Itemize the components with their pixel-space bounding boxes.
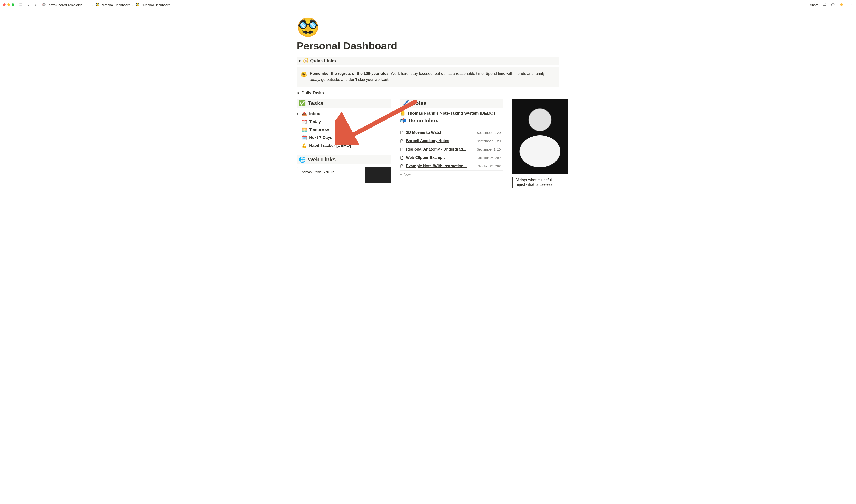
minimize-window-icon[interactable] [7,3,10,6]
breadcrumb-ellipsis[interactable]: ... [87,3,91,7]
web-bookmark-card[interactable]: Thomas Frank - YouTub... [297,167,391,183]
quote-block[interactable]: "Adapt what is useful, reject what is us… [512,177,568,188]
toggle-daily-tasks[interactable]: ▶ Daily Tasks [297,89,559,96]
breadcrumb-separator: / [92,3,93,7]
section-notes-header[interactable]: 🖊️ Notes [400,99,503,108]
note-row[interactable]: 3D Movies to Watch September 2, 20... [400,129,503,137]
breadcrumb-root[interactable]: 🦈 Tom's Shared Templates [41,2,83,7]
updates-button[interactable] [830,2,836,7]
note-link-demo-inbox[interactable]: 📬 Demo Inbox [400,118,503,124]
inspiration-image[interactable] [512,99,568,174]
breadcrumb-separator: / [132,3,133,7]
shark-icon: 🦈 [42,3,46,7]
note-link-system[interactable]: 📒 Thomas Frank's Note-Taking System [DEM… [400,111,503,116]
disguise-face-icon: 🥸 [96,3,100,7]
calendar-week-icon: 🗓️ [302,135,307,140]
breadcrumb-leaf[interactable]: 🥸 Personal Dashboard [135,2,171,7]
page-icon [400,139,404,143]
task-label: Inbox [309,111,320,116]
window-traffic-lights[interactable] [3,3,14,6]
breadcrumb-label: Personal Dashboard [101,3,130,7]
favorite-button[interactable] [839,2,844,7]
page-title[interactable]: Personal Dashboard [297,40,559,52]
note-date: October 24, 202... [478,156,503,160]
mailbox-icon: 📬 [400,118,407,124]
breadcrumb-label: Personal Dashboard [141,3,170,7]
comments-button[interactable] [822,2,827,7]
breadcrumb-mid[interactable]: 🥸 Personal Dashboard [95,2,131,7]
task-item-habit-tracker[interactable]: 💪 Habit Tracker [DEMO] [297,143,391,148]
triangle-right-icon: ▶ [297,91,299,94]
nav-forward-button[interactable] [33,2,38,7]
svg-point-6 [850,4,851,5]
note-title: Barbell Academy Notes [406,139,449,143]
breadcrumb-label: Tom's Shared Templates [47,3,83,7]
note-link-label: Demo Inbox [409,118,438,124]
note-title: Web Clipper Example [406,156,446,160]
section-web-links-header[interactable]: 🌐 Web Links [297,155,391,164]
more-menu-button[interactable] [848,2,853,7]
flex-arm-icon: 💪 [302,143,307,148]
page-icon [400,130,404,135]
svg-marker-4 [840,3,843,6]
inbox-icon: 📥 [302,111,307,116]
note-row[interactable]: Web Clipper Example October 24, 202... [400,154,503,162]
divider [400,127,503,127]
notes-table: 3D Movies to Watch September 2, 20... Ba… [400,129,503,179]
new-note-button[interactable]: + New [400,170,503,179]
plus-icon: + [400,173,402,177]
fullscreen-window-icon[interactable] [12,3,14,6]
page-icon [400,156,404,160]
page-icon [400,164,404,168]
section-title: Web Links [308,156,336,163]
globe-icon: 🌐 [299,156,306,163]
note-title: Regional Anatomy - Undergrad... [406,147,466,151]
task-item-tomorrow[interactable]: 🌅 Tomorrow [297,127,391,133]
task-item-inbox[interactable]: ▶ 📥 Inbox [297,111,391,117]
page-emoji[interactable]: 🥸 [297,18,559,36]
breadcrumb-separator: / [85,3,85,7]
triangle-right-icon: ▶ [297,112,300,115]
quote-line: "Adapt what is useful, [516,178,568,182]
note-title: Example Note (With Instruction... [406,164,467,168]
new-label: New [404,173,411,177]
callout-block[interactable]: 🤗 Remember the regrets of the 100-year-o… [297,67,559,87]
hugging-face-icon: 🤗 [301,71,307,83]
section-title: Tasks [308,100,323,107]
checkmark-icon: ✅ [299,100,306,107]
toggle-label: Daily Tasks [302,91,324,95]
pen-icon: 🖊️ [402,100,409,107]
svg-point-5 [849,4,849,5]
task-item-today[interactable]: 📆 Today [297,119,391,125]
quote-line: reject what is useless [516,182,568,187]
calendar-icon: 📆 [302,119,307,124]
note-date: September 2, 20... [477,131,503,134]
section-title: Notes [411,100,427,107]
web-bookmark-title: Thomas Frank - YouTub... [297,167,365,183]
task-label: Tomorrow [309,127,329,132]
note-title: 3D Movies to Watch [406,130,442,135]
callout-text: Remember the regrets of the 100-year-old… [310,71,555,83]
task-label: Habit Tracker [DEMO] [309,143,351,148]
close-window-icon[interactable] [3,3,5,6]
task-label: Today [309,119,321,124]
section-tasks-header[interactable]: ✅ Tasks [297,99,391,108]
notebook-icon: 📒 [400,111,405,116]
sidebar-toggle-button[interactable] [18,2,24,7]
tasks-list: ▶ 📥 Inbox 📆 Today 🌅 Tomorrow [297,111,391,148]
svg-point-7 [851,4,852,5]
note-row[interactable]: Regional Anatomy - Undergrad... Septembe… [400,145,503,154]
note-row[interactable]: Barbell Academy Notes September 2, 20... [400,137,503,145]
note-date: September 2, 20... [477,139,503,143]
task-item-next7days[interactable]: 🗓️ Next 7 Days [297,135,391,141]
toggle-quick-links[interactable]: ▶ 🧭 Quick Links [297,57,559,65]
share-button[interactable]: Share [810,3,819,7]
breadcrumb-label: ... [88,3,90,7]
note-date: October 24, 202... [478,164,503,168]
task-label: Next 7 Days [309,135,332,140]
note-date: September 2, 20... [477,147,503,151]
nav-back-button[interactable] [25,2,31,7]
page-icon [400,147,404,152]
breadcrumb: 🦈 Tom's Shared Templates / ... / 🥸 Perso… [41,2,171,7]
note-row[interactable]: Example Note (With Instruction... Octobe… [400,162,503,170]
